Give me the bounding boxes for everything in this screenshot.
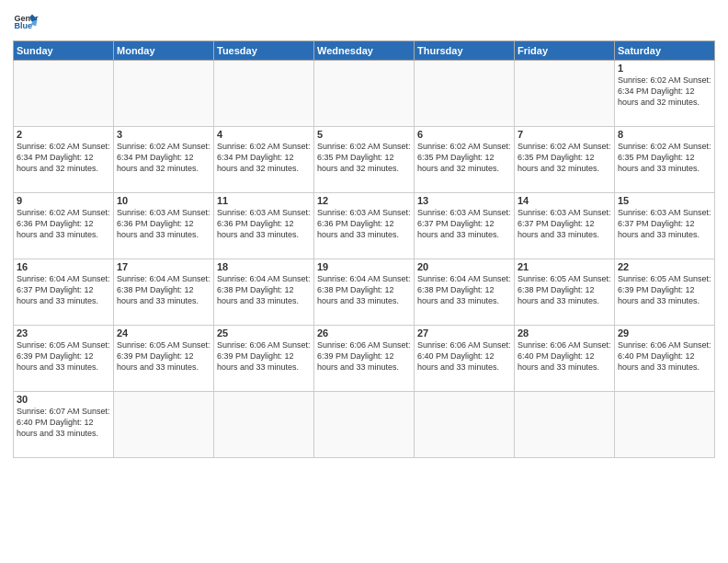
day-number: 5 <box>317 129 411 140</box>
table-row: 29Sunrise: 6:06 AM Sunset: 6:40 PM Dayli… <box>615 326 715 392</box>
table-row: 18Sunrise: 6:04 AM Sunset: 6:38 PM Dayli… <box>214 259 314 326</box>
day-info: Sunrise: 6:02 AM Sunset: 6:35 PM Dayligh… <box>518 141 611 174</box>
day-number: 12 <box>317 195 411 206</box>
day-info: Sunrise: 6:02 AM Sunset: 6:35 PM Dayligh… <box>618 141 711 174</box>
table-row: 22Sunrise: 6:05 AM Sunset: 6:39 PM Dayli… <box>615 259 715 326</box>
day-info: Sunrise: 6:02 AM Sunset: 6:35 PM Dayligh… <box>317 141 411 174</box>
day-info: Sunrise: 6:06 AM Sunset: 6:40 PM Dayligh… <box>618 339 711 373</box>
day-info: Sunrise: 6:06 AM Sunset: 6:40 PM Dayligh… <box>518 339 611 373</box>
table-row: 19Sunrise: 6:04 AM Sunset: 6:38 PM Dayli… <box>314 259 415 326</box>
day-info: Sunrise: 6:06 AM Sunset: 6:40 PM Dayligh… <box>417 339 511 373</box>
header: General Blue <box>13 9 715 35</box>
table-row: 30Sunrise: 6:07 AM Sunset: 6:40 PM Dayli… <box>14 392 114 458</box>
day-info: Sunrise: 6:04 AM Sunset: 6:38 PM Dayligh… <box>417 273 511 306</box>
calendar-table: Sunday Monday Tuesday Wednesday Thursday… <box>13 40 715 458</box>
day-info: Sunrise: 6:04 AM Sunset: 6:37 PM Dayligh… <box>17 273 110 306</box>
day-info: Sunrise: 6:04 AM Sunset: 6:38 PM Dayligh… <box>317 273 411 306</box>
day-info: Sunrise: 6:02 AM Sunset: 6:34 PM Dayligh… <box>618 75 711 108</box>
day-info: Sunrise: 6:02 AM Sunset: 6:36 PM Dayligh… <box>17 207 110 240</box>
table-row <box>515 61 615 127</box>
table-row <box>14 61 114 127</box>
day-number: 7 <box>518 129 611 140</box>
day-info: Sunrise: 6:05 AM Sunset: 6:39 PM Dayligh… <box>17 339 110 373</box>
page: General Blue Sunday Monday Tuesday Wedne… <box>0 0 728 563</box>
header-wednesday: Wednesday <box>314 41 415 61</box>
table-row: 16Sunrise: 6:04 AM Sunset: 6:37 PM Dayli… <box>14 259 114 326</box>
day-number: 25 <box>217 327 311 339</box>
header-sunday: Sunday <box>14 41 114 61</box>
header-monday: Monday <box>114 41 214 61</box>
day-info: Sunrise: 6:03 AM Sunset: 6:37 PM Dayligh… <box>618 207 711 240</box>
table-row: 10Sunrise: 6:03 AM Sunset: 6:36 PM Dayli… <box>114 193 214 259</box>
logo-icon: General Blue <box>13 9 39 35</box>
calendar-row: 16Sunrise: 6:04 AM Sunset: 6:37 PM Dayli… <box>14 259 715 326</box>
day-number: 24 <box>117 327 210 339</box>
day-info: Sunrise: 6:05 AM Sunset: 6:39 PM Dayligh… <box>618 273 711 306</box>
day-number: 14 <box>518 195 611 206</box>
calendar-row: 23Sunrise: 6:05 AM Sunset: 6:39 PM Dayli… <box>14 326 715 392</box>
day-info: Sunrise: 6:06 AM Sunset: 6:39 PM Dayligh… <box>217 339 311 373</box>
calendar-row: 30Sunrise: 6:07 AM Sunset: 6:40 PM Dayli… <box>14 392 715 458</box>
day-info: Sunrise: 6:07 AM Sunset: 6:40 PM Dayligh… <box>17 406 110 439</box>
day-number: 1 <box>618 63 711 74</box>
day-number: 22 <box>618 261 711 272</box>
svg-text:Blue: Blue <box>14 21 32 30</box>
table-row <box>314 392 415 458</box>
table-row: 13Sunrise: 6:03 AM Sunset: 6:37 PM Dayli… <box>415 193 515 259</box>
day-info: Sunrise: 6:02 AM Sunset: 6:34 PM Dayligh… <box>217 141 311 174</box>
table-row: 8Sunrise: 6:02 AM Sunset: 6:35 PM Daylig… <box>615 127 715 193</box>
day-info: Sunrise: 6:05 AM Sunset: 6:39 PM Dayligh… <box>117 339 210 373</box>
day-number: 18 <box>217 261 311 272</box>
table-row <box>415 392 515 458</box>
calendar-row: 2Sunrise: 6:02 AM Sunset: 6:34 PM Daylig… <box>14 127 715 193</box>
day-number: 26 <box>317 327 411 339</box>
day-number: 10 <box>117 195 210 206</box>
table-row: 9Sunrise: 6:02 AM Sunset: 6:36 PM Daylig… <box>14 193 114 259</box>
table-row: 1Sunrise: 6:02 AM Sunset: 6:34 PM Daylig… <box>615 61 715 127</box>
table-row <box>415 61 515 127</box>
table-row: 7Sunrise: 6:02 AM Sunset: 6:35 PM Daylig… <box>515 127 615 193</box>
header-saturday: Saturday <box>615 41 715 61</box>
day-number: 15 <box>618 195 711 206</box>
day-number: 27 <box>417 327 511 339</box>
table-row <box>314 61 415 127</box>
day-info: Sunrise: 6:03 AM Sunset: 6:37 PM Dayligh… <box>518 207 611 240</box>
table-row: 2Sunrise: 6:02 AM Sunset: 6:34 PM Daylig… <box>14 127 114 193</box>
day-number: 8 <box>618 129 711 140</box>
day-number: 17 <box>117 261 210 272</box>
table-row: 25Sunrise: 6:06 AM Sunset: 6:39 PM Dayli… <box>214 326 314 392</box>
day-info: Sunrise: 6:03 AM Sunset: 6:37 PM Dayligh… <box>417 207 511 240</box>
day-info: Sunrise: 6:03 AM Sunset: 6:36 PM Dayligh… <box>317 207 411 240</box>
day-number: 20 <box>417 261 511 272</box>
day-info: Sunrise: 6:02 AM Sunset: 6:35 PM Dayligh… <box>417 141 511 174</box>
table-row: 5Sunrise: 6:02 AM Sunset: 6:35 PM Daylig… <box>314 127 415 193</box>
day-number: 4 <box>217 129 311 140</box>
day-number: 2 <box>17 129 110 140</box>
table-row <box>214 61 314 127</box>
table-row: 23Sunrise: 6:05 AM Sunset: 6:39 PM Dayli… <box>14 326 114 392</box>
table-row: 6Sunrise: 6:02 AM Sunset: 6:35 PM Daylig… <box>415 127 515 193</box>
header-tuesday: Tuesday <box>214 41 314 61</box>
table-row: 3Sunrise: 6:02 AM Sunset: 6:34 PM Daylig… <box>114 127 214 193</box>
table-row: 4Sunrise: 6:02 AM Sunset: 6:34 PM Daylig… <box>214 127 314 193</box>
calendar-row: 9Sunrise: 6:02 AM Sunset: 6:36 PM Daylig… <box>14 193 715 259</box>
day-info: Sunrise: 6:04 AM Sunset: 6:38 PM Dayligh… <box>217 273 311 306</box>
day-number: 16 <box>17 261 110 272</box>
day-number: 6 <box>417 129 511 140</box>
day-number: 23 <box>17 327 110 339</box>
day-info: Sunrise: 6:06 AM Sunset: 6:39 PM Dayligh… <box>317 339 411 373</box>
logo: General Blue <box>13 9 39 35</box>
table-row: 14Sunrise: 6:03 AM Sunset: 6:37 PM Dayli… <box>515 193 615 259</box>
table-row: 28Sunrise: 6:06 AM Sunset: 6:40 PM Dayli… <box>515 326 615 392</box>
day-info: Sunrise: 6:03 AM Sunset: 6:36 PM Dayligh… <box>117 207 210 240</box>
table-row: 27Sunrise: 6:06 AM Sunset: 6:40 PM Dayli… <box>415 326 515 392</box>
day-info: Sunrise: 6:02 AM Sunset: 6:34 PM Dayligh… <box>117 141 210 174</box>
table-row <box>515 392 615 458</box>
day-number: 13 <box>417 195 511 206</box>
day-number: 19 <box>317 261 411 272</box>
table-row: 17Sunrise: 6:04 AM Sunset: 6:38 PM Dayli… <box>114 259 214 326</box>
table-row <box>114 392 214 458</box>
day-number: 21 <box>518 261 611 272</box>
table-row <box>615 392 715 458</box>
table-row <box>214 392 314 458</box>
